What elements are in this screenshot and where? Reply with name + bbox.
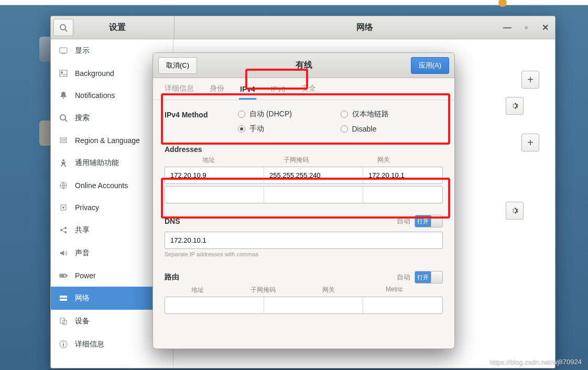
svg-point-15 (64, 231, 67, 233)
sidebar-item-label: 设备 (75, 317, 90, 326)
display-icon (59, 47, 68, 55)
dns-input[interactable] (165, 232, 443, 249)
radio-local[interactable]: 仅本地链路 (341, 110, 443, 119)
indicator-icon (498, 0, 507, 7)
radio-label: 自动 (DHCP) (249, 110, 292, 119)
switch-on-label: 打开 (415, 215, 431, 227)
close-button[interactable]: ✕ (537, 20, 553, 36)
routes-header: 路由 自动 打开 (165, 271, 443, 284)
radio-auto[interactable]: 自动 (DHCP) (238, 110, 341, 119)
address-row (165, 167, 443, 184)
sidebar-item-label: 详细信息 (75, 340, 104, 349)
sidebar-title: 设置 (76, 16, 174, 39)
ipv4-method-row: IPv4 Method 自动 (DHCP) 仅本地链路 手动 Disable (165, 110, 443, 134)
netmask-input[interactable] (264, 187, 363, 203)
svg-point-5 (61, 72, 63, 73)
connection-gear-button-2[interactable] (506, 202, 524, 220)
gateway-input[interactable] (363, 187, 443, 203)
col-gateway: 网关 (340, 156, 427, 165)
privacy-icon (59, 203, 68, 212)
cancel-button[interactable]: 取消(C) (158, 57, 197, 74)
radio-manual[interactable]: 手动 (238, 124, 341, 134)
routes-title: 路由 (165, 273, 397, 282)
routes-auto-switch[interactable]: 打开 (415, 271, 443, 284)
col-address: 地址 (165, 156, 252, 165)
address-input[interactable] (165, 187, 264, 203)
dns-title: DNS (165, 217, 397, 225)
address-row (165, 186, 443, 203)
svg-point-10 (62, 159, 64, 161)
tab-详细信息[interactable]: 详细信息 (164, 79, 195, 100)
gear-icon (510, 102, 519, 110)
region-icon (59, 136, 68, 145)
dns-auto-label: 自动 (397, 216, 410, 226)
route-gateway-input[interactable] (363, 297, 443, 313)
dialog-tabs: 详细信息身份IPv4IPv6安全 (153, 78, 454, 100)
svg-point-12 (62, 206, 64, 209)
col-spacer (427, 286, 443, 295)
addresses-columns: 地址 子网掩码 网关 (165, 156, 443, 165)
add-connection-button[interactable]: + (521, 71, 539, 89)
route-address-input[interactable] (165, 297, 264, 313)
search-icon (59, 114, 68, 122)
connection-gear-button[interactable] (506, 97, 524, 115)
routes-columns: 地址 子网掩码 网关 Metric (165, 286, 443, 295)
col-netmask: 子网掩码 (230, 286, 296, 295)
routes-auto-label: 自动 (397, 273, 410, 282)
tab-IPv6[interactable]: IPv6 (270, 80, 287, 100)
wired-dialog: 取消(C) 有线 应用(A) 详细信息身份IPv4IPv6安全 IPv4 Met… (153, 52, 455, 349)
svg-rect-27 (63, 344, 64, 346)
network-icon (59, 294, 68, 302)
svg-point-14 (64, 227, 67, 229)
tab-身份[interactable]: 身份 (209, 79, 225, 100)
gateway-input[interactable] (363, 167, 443, 183)
tab-安全[interactable]: 安全 (300, 79, 317, 100)
power-icon (59, 271, 68, 280)
add-connection-button-2[interactable]: + (521, 134, 539, 151)
addresses-title: Addresses (165, 145, 443, 154)
radio-icon (238, 111, 245, 118)
search-button[interactable] (53, 19, 73, 36)
sidebar-item-label: Power (75, 271, 96, 280)
accessibility-icon (59, 159, 68, 167)
background-icon (59, 69, 68, 78)
col-metric: Metric (362, 286, 427, 295)
netmask-input[interactable] (264, 167, 363, 183)
apply-button[interactable]: 应用(A) (411, 57, 449, 74)
svg-rect-4 (60, 70, 67, 77)
notifications-icon (59, 91, 68, 100)
method-label: IPv4 Method (165, 110, 238, 134)
sidebar-item-label: 显示 (75, 46, 90, 56)
window-controls: — ▫ ✕ (499, 16, 553, 39)
dns-auto-switch[interactable]: 打开 (415, 215, 443, 227)
dialog-header: 取消(C) 有线 应用(A) (153, 53, 454, 78)
search-icon (59, 24, 68, 32)
col-address: 地址 (165, 286, 230, 295)
col-spacer (427, 156, 443, 165)
minimize-button[interactable]: — (499, 20, 515, 36)
maximize-button[interactable]: ▫ (518, 20, 534, 36)
radio-icon (341, 125, 348, 133)
svg-rect-2 (60, 48, 67, 53)
svg-rect-3 (62, 53, 65, 54)
tab-IPv4[interactable]: IPv4 (239, 80, 256, 100)
sidebar-item-label: Notifications (75, 91, 115, 100)
col-netmask: 子网掩码 (252, 156, 340, 165)
svg-point-0 (60, 25, 66, 30)
svg-rect-9 (60, 141, 67, 143)
radio-label: 仅本地链路 (352, 110, 389, 119)
route-netmask-input[interactable] (264, 297, 363, 313)
sidebar-item-label: 搜索 (75, 113, 90, 123)
svg-line-7 (65, 119, 67, 122)
method-options: 自动 (DHCP) 仅本地链路 手动 Disable (238, 110, 443, 134)
details-icon (59, 340, 68, 349)
col-gateway: 网关 (296, 286, 362, 295)
svg-line-1 (65, 29, 67, 31)
svg-point-22 (65, 299, 66, 300)
sidebar-item-label: 网络 (75, 293, 90, 303)
address-input[interactable] (165, 167, 264, 183)
page-title: 网络 — ▫ ✕ (174, 16, 555, 39)
radio-disable[interactable]: Disable (341, 124, 443, 134)
sidebar-item-label: 共享 (75, 225, 90, 235)
devices-icon (59, 317, 68, 325)
